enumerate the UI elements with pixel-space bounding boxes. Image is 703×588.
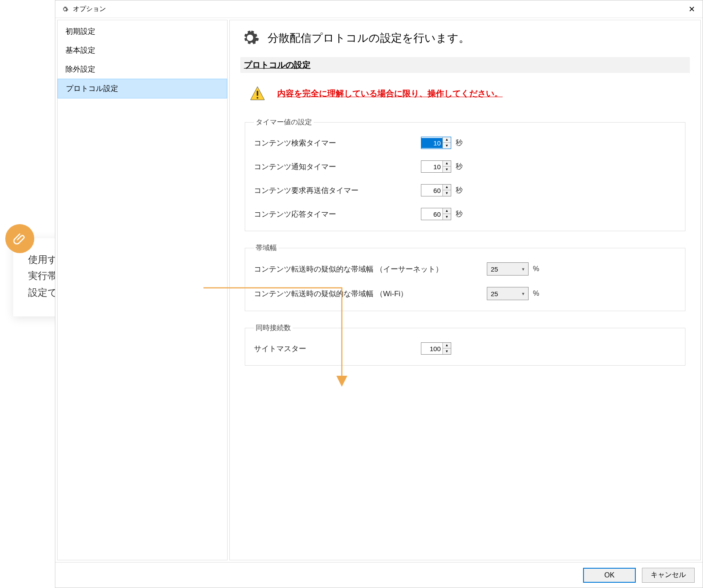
- field-label: コンテンツ応答タイマー: [254, 209, 421, 219]
- fieldset-legend: 同時接続数: [254, 323, 293, 333]
- section-header: プロトコルの設定: [240, 57, 690, 73]
- content-resend-timer-input[interactable]: [421, 185, 442, 196]
- bandwidth-ethernet-select[interactable]: 25 ▾: [487, 262, 529, 276]
- field-label: コンテンツ要求再送信タイマー: [254, 185, 421, 196]
- sidebar-item-label: 初期設定: [65, 27, 95, 36]
- close-button[interactable]: ✕: [681, 0, 703, 18]
- warning-text: 内容を完全に理解している場合に限り、操作してください。: [277, 88, 503, 99]
- svg-rect-1: [257, 97, 258, 98]
- spin-buttons: ▲ ▼: [442, 185, 451, 196]
- unit-label: 秒: [456, 162, 463, 171]
- sitemaster-spinner[interactable]: ▲ ▼: [421, 342, 451, 355]
- field-label: サイトマスター: [254, 344, 421, 354]
- callout-badge: [5, 224, 34, 253]
- connections-fieldset: 同時接続数 サイトマスター ▲ ▼: [245, 323, 685, 366]
- content-notify-timer-input[interactable]: [421, 162, 442, 172]
- main-panel: 分散配信プロトコルの設定を行います。 プロトコルの設定 内容を完全に理解している…: [229, 20, 701, 560]
- spin-up[interactable]: ▲: [443, 161, 451, 167]
- svg-rect-0: [257, 91, 258, 96]
- spin-up[interactable]: ▲: [443, 137, 451, 143]
- unit-label: 秒: [456, 138, 463, 148]
- chevron-down-icon: ▾: [522, 266, 525, 272]
- content-response-timer-spinner[interactable]: ▲ ▼: [421, 208, 451, 220]
- content-response-timer-input[interactable]: [421, 209, 442, 219]
- timer-fieldset: タイマー値の設定 コンテンツ検索タイマー ▲ ▼ 秒 コンテンツ通知タイマー: [245, 118, 685, 231]
- timer-row-search: コンテンツ検索タイマー ▲ ▼ 秒: [254, 137, 676, 149]
- sidebar-item-exclude[interactable]: 除外設定: [58, 60, 227, 79]
- chevron-down-icon: ▾: [522, 291, 525, 297]
- spin-down[interactable]: ▼: [443, 348, 451, 354]
- warning-row: 内容を完全に理解している場合に限り、操作してください。: [249, 85, 690, 102]
- timer-row-resend: コンテンツ要求再送信タイマー ▲ ▼ 秒: [254, 184, 676, 196]
- sidebar: 初期設定 基本設定 除外設定 プロトコル設定: [57, 20, 228, 560]
- sidebar-item-label: 除外設定: [65, 65, 95, 73]
- options-window: オプション ✕ 初期設定 基本設定 除外設定 プロトコル設定: [55, 0, 703, 588]
- field-label: コンテンツ転送時の疑似的な帯域幅 （イーサーネット）: [254, 264, 487, 274]
- content-search-timer-spinner[interactable]: ▲ ▼: [421, 137, 451, 149]
- spin-down[interactable]: ▼: [443, 190, 451, 196]
- titlebar: オプション ✕: [55, 0, 703, 18]
- bandwidth-fieldset: 帯域幅 コンテンツ転送時の疑似的な帯域幅 （イーサーネット） 25 ▾ % コン…: [245, 243, 685, 311]
- spin-down[interactable]: ▼: [443, 167, 451, 172]
- field-label: コンテンツ検索タイマー: [254, 138, 421, 148]
- warning-icon: [249, 85, 266, 102]
- gear-icon: [240, 28, 260, 47]
- select-value: 25: [491, 290, 498, 298]
- unit-label: %: [533, 265, 539, 273]
- sidebar-item-initial[interactable]: 初期設定: [58, 22, 227, 41]
- sidebar-item-basic[interactable]: 基本設定: [58, 41, 227, 60]
- content-search-timer-input[interactable]: [421, 138, 442, 148]
- close-icon: ✕: [689, 4, 695, 14]
- spin-up[interactable]: ▲: [443, 343, 451, 348]
- spin-up[interactable]: ▲: [443, 208, 451, 214]
- timer-row-notify: コンテンツ通知タイマー ▲ ▼ 秒: [254, 160, 676, 173]
- sidebar-item-label: 基本設定: [65, 46, 95, 54]
- spin-down[interactable]: ▼: [443, 214, 451, 220]
- footer: OK キャンセル: [55, 562, 703, 588]
- unit-label: 秒: [456, 210, 463, 219]
- spin-buttons: ▲ ▼: [442, 161, 451, 172]
- conn-row-sitemaster: サイトマスター ▲ ▼: [254, 342, 676, 355]
- fieldset-legend: 帯域幅: [254, 243, 279, 253]
- ok-button[interactable]: OK: [583, 568, 636, 583]
- gear-icon: [62, 6, 69, 13]
- cancel-button[interactable]: キャンセル: [642, 568, 695, 583]
- window-title: オプション: [73, 5, 106, 13]
- spin-buttons: ▲ ▼: [442, 208, 451, 220]
- content-resend-timer-spinner[interactable]: ▲ ▼: [421, 184, 451, 196]
- sitemaster-input[interactable]: [421, 344, 442, 354]
- field-label: コンテンツ通知タイマー: [254, 162, 421, 172]
- spin-down[interactable]: ▼: [443, 143, 451, 149]
- bandwidth-row-wifi: コンテンツ転送時の疑似的な帯域幅 （Wi-Fi） 25 ▾ %: [254, 287, 676, 300]
- spin-buttons: ▲ ▼: [442, 137, 451, 149]
- bandwidth-wifi-select[interactable]: 25 ▾: [487, 287, 529, 300]
- unit-label: %: [533, 290, 539, 298]
- sidebar-item-protocol[interactable]: プロトコル設定: [58, 79, 227, 98]
- timer-row-response: コンテンツ応答タイマー ▲ ▼ 秒: [254, 208, 676, 220]
- sidebar-item-label: プロトコル設定: [66, 84, 118, 93]
- field-label: コンテンツ転送時の疑似的な帯域幅 （Wi-Fi）: [254, 289, 487, 299]
- select-value: 25: [491, 265, 498, 273]
- main-header: 分散配信プロトコルの設定を行います。: [240, 28, 690, 47]
- unit-label: 秒: [456, 186, 463, 195]
- spin-up[interactable]: ▲: [443, 185, 451, 190]
- page-title: 分散配信プロトコルの設定を行います。: [268, 31, 470, 45]
- paperclip-icon: [13, 232, 27, 246]
- spin-buttons: ▲ ▼: [442, 343, 451, 354]
- bandwidth-row-ethernet: コンテンツ転送時の疑似的な帯域幅 （イーサーネット） 25 ▾ %: [254, 262, 676, 276]
- content-notify-timer-spinner[interactable]: ▲ ▼: [421, 160, 451, 173]
- fieldset-legend: タイマー値の設定: [254, 118, 314, 127]
